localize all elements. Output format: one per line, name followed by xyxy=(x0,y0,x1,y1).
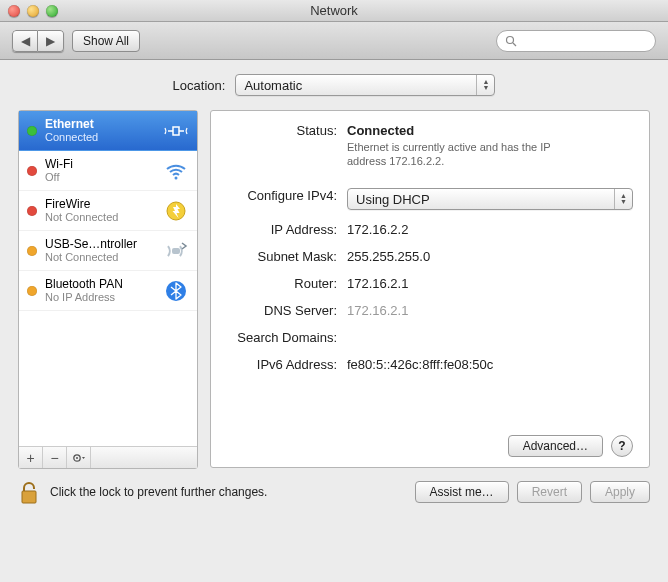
interface-name: FireWire xyxy=(45,197,118,211)
dns-label: DNS Server: xyxy=(227,301,347,318)
router-row: Router: 172.16.2.1 xyxy=(227,274,633,291)
lock-icon[interactable] xyxy=(18,479,40,505)
advanced-button[interactable]: Advanced… xyxy=(508,435,603,457)
interface-name: USB-Se…ntroller xyxy=(45,237,137,251)
interface-state: Connected xyxy=(45,131,98,144)
dns-value: 172.16.2.1 xyxy=(347,301,633,318)
show-all-button[interactable]: Show All xyxy=(72,30,140,52)
search-domains-value xyxy=(347,328,633,330)
sidebar-footer: + − xyxy=(19,446,197,468)
interface-row-ethernet[interactable]: EthernetConnected xyxy=(19,111,197,151)
usb-icon xyxy=(163,238,189,264)
interface-detail: Status: Connected Ethernet is currently … xyxy=(210,110,650,468)
popup-arrows-icon: ▲▼ xyxy=(614,189,632,209)
forward-button[interactable]: ▶ xyxy=(38,30,64,52)
configure-ipv4-label: Configure IPv4: xyxy=(227,186,347,203)
ipv6-row: IPv6 Address: fe80:5::426c:8fff:fe08:50c xyxy=(227,355,633,372)
assist-me-button[interactable]: Assist me… xyxy=(415,481,509,503)
location-label: Location: xyxy=(173,78,226,93)
footer: Click the lock to prevent further change… xyxy=(0,469,668,505)
router-label: Router: xyxy=(227,274,347,291)
location-value: Automatic xyxy=(244,78,302,93)
configure-ipv4-row: Configure IPv4: Using DHCP ▲▼ xyxy=(227,186,633,210)
toolbar: ◀ ▶ Show All xyxy=(0,22,668,60)
search-domains-label: Search Domains: xyxy=(227,328,347,345)
add-interface-button[interactable]: + xyxy=(19,447,43,468)
nav-segment: ◀ ▶ xyxy=(12,30,64,52)
help-button[interactable]: ? xyxy=(611,435,633,457)
dns-row: DNS Server: 172.16.2.1 xyxy=(227,301,633,318)
configure-ipv4-popup[interactable]: Using DHCP ▲▼ xyxy=(347,188,633,210)
interface-row-firewire[interactable]: FireWireNot Connected xyxy=(19,191,197,231)
svg-point-2 xyxy=(175,176,178,179)
search-domains-row: Search Domains: xyxy=(227,328,633,345)
apply-button[interactable]: Apply xyxy=(590,481,650,503)
popup-arrows-icon: ▲▼ xyxy=(476,75,494,95)
chevron-left-icon: ◀ xyxy=(21,34,30,48)
interfaces-list: EthernetConnectedWi-FiOffFireWireNot Con… xyxy=(19,111,197,446)
status-dot-icon xyxy=(27,286,37,296)
status-subtext: Ethernet is currently active and has the… xyxy=(347,140,587,168)
revert-label: Revert xyxy=(532,485,567,499)
interface-state: Not Connected xyxy=(45,251,137,264)
interface-name: Wi-Fi xyxy=(45,157,73,171)
subnet-mask-value: 255.255.255.0 xyxy=(347,247,633,264)
interface-state: Not Connected xyxy=(45,211,118,224)
svg-point-7 xyxy=(76,457,78,459)
ip-address-label: IP Address: xyxy=(227,220,347,237)
advanced-label: Advanced… xyxy=(523,439,588,453)
apply-label: Apply xyxy=(605,485,635,499)
ipv6-label: IPv6 Address: xyxy=(227,355,347,372)
remove-interface-button[interactable]: − xyxy=(43,447,67,468)
search-field[interactable] xyxy=(496,30,656,52)
location-popup[interactable]: Automatic ▲▼ xyxy=(235,74,495,96)
location-row: Location: Automatic ▲▼ xyxy=(18,74,650,96)
interface-state: Off xyxy=(45,171,73,184)
subnet-mask-label: Subnet Mask: xyxy=(227,247,347,264)
gear-icon xyxy=(72,452,86,464)
status-value: Connected xyxy=(347,123,414,138)
interface-row-wi-fi[interactable]: Wi-FiOff xyxy=(19,151,197,191)
firewire-icon xyxy=(163,198,189,224)
interface-row-bluetooth-pan[interactable]: Bluetooth PANNo IP Address xyxy=(19,271,197,311)
status-row: Status: Connected Ethernet is currently … xyxy=(227,121,633,168)
interfaces-sidebar: EthernetConnectedWi-FiOffFireWireNot Con… xyxy=(18,110,198,469)
wifi-icon xyxy=(163,158,189,184)
status-label: Status: xyxy=(227,121,347,138)
ip-address-value: 172.16.2.2 xyxy=(347,220,633,237)
ip-address-row: IP Address: 172.16.2.2 xyxy=(227,220,633,237)
interface-name: Bluetooth PAN xyxy=(45,277,123,291)
svg-rect-4 xyxy=(172,248,180,254)
revert-button[interactable]: Revert xyxy=(517,481,582,503)
lock-text: Click the lock to prevent further change… xyxy=(50,485,267,499)
subnet-mask-row: Subnet Mask: 255.255.255.0 xyxy=(227,247,633,264)
status-dot-icon xyxy=(27,206,37,216)
interface-row-usb-se-ntroller[interactable]: USB-Se…ntrollerNot Connected xyxy=(19,231,197,271)
window-titlebar: Network xyxy=(0,0,668,22)
assist-me-label: Assist me… xyxy=(430,485,494,499)
status-dot-icon xyxy=(27,166,37,176)
window-title: Network xyxy=(0,3,668,18)
svg-line-1 xyxy=(513,43,516,46)
show-all-label: Show All xyxy=(83,34,129,48)
close-window-icon[interactable] xyxy=(8,5,20,17)
configure-ipv4-value: Using DHCP xyxy=(356,192,430,207)
zoom-window-icon[interactable] xyxy=(46,5,58,17)
router-value: 172.16.2.1 xyxy=(347,274,633,291)
interface-state: No IP Address xyxy=(45,291,123,304)
status-dot-icon xyxy=(27,126,37,136)
svg-rect-8 xyxy=(22,491,36,503)
ipv6-value: fe80:5::426c:8fff:fe08:50c xyxy=(347,355,633,372)
back-button[interactable]: ◀ xyxy=(12,30,38,52)
svg-point-0 xyxy=(507,36,514,43)
search-icon xyxy=(505,35,517,47)
status-dot-icon xyxy=(27,246,37,256)
minimize-window-icon[interactable] xyxy=(27,5,39,17)
bluetooth-icon xyxy=(163,278,189,304)
traffic-lights xyxy=(8,5,58,17)
search-input[interactable] xyxy=(522,33,668,49)
chevron-right-icon: ▶ xyxy=(46,34,55,48)
interface-actions-button[interactable] xyxy=(67,447,91,468)
ethernet-icon xyxy=(163,118,189,144)
interface-name: Ethernet xyxy=(45,117,98,131)
